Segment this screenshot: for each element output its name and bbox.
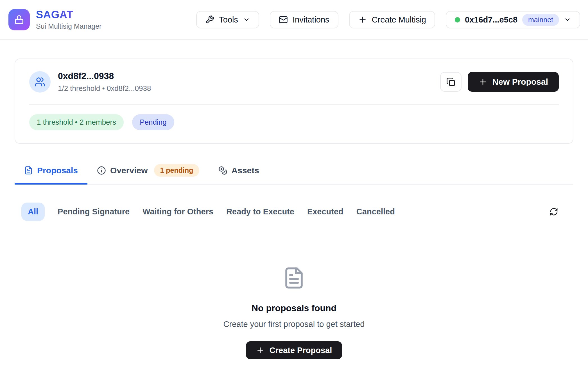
pending-count-badge: 1 pending: [154, 164, 199, 177]
tools-label: Tools: [219, 15, 238, 24]
network-badge: mainnet: [522, 14, 559, 26]
filter-ready-to-execute[interactable]: Ready to Execute: [226, 207, 294, 216]
copy-icon: [446, 77, 455, 86]
wallet-button[interactable]: 0x16d7...e5c8 mainnet: [446, 11, 580, 28]
filter-cancelled[interactable]: Cancelled: [356, 207, 395, 216]
brand-text: SAGAT Sui Multisig Manager: [36, 9, 101, 31]
empty-state-subtitle: Create your first proposal to get starte…: [223, 320, 365, 329]
multisig-identity: 0xd8f2...0938 1/2 threshold • 0xd8f2...0…: [29, 71, 151, 93]
header: SAGAT Sui Multisig Manager Tools Invitat…: [0, 0, 588, 40]
info-icon: [97, 166, 106, 175]
tab-proposals[interactable]: Proposals: [15, 161, 87, 184]
tab-bar: Proposals Overview 1 pending Assets: [15, 161, 573, 185]
tab-assets-label: Assets: [232, 166, 259, 175]
multisig-titles: 0xd8f2...0938 1/2 threshold • 0xd8f2...0…: [58, 71, 151, 93]
topbar-actions: Tools Invitations Create Multisig 0x16d7…: [196, 11, 580, 28]
mail-icon: [279, 15, 288, 24]
main-content: 0xd8f2...0938 1/2 threshold • 0xd8f2...0…: [0, 59, 588, 359]
plus-icon: [256, 346, 264, 354]
refresh-button[interactable]: [548, 206, 560, 218]
connection-status-dot: [455, 17, 460, 23]
multisig-card-actions: New Proposal: [440, 72, 559, 92]
multisig-card: 0xd8f2...0938 1/2 threshold • 0xd8f2...0…: [15, 59, 573, 144]
multisig-avatar: [29, 71, 51, 93]
brand[interactable]: SAGAT Sui Multisig Manager: [8, 9, 101, 31]
filter-executed[interactable]: Executed: [307, 207, 343, 216]
create-multisig-label: Create Multisig: [372, 15, 426, 24]
users-icon: [35, 77, 45, 87]
tab-proposals-label: Proposals: [37, 166, 78, 175]
wallet-address: 0x16d7...e5c8: [465, 15, 517, 24]
create-multisig-button[interactable]: Create Multisig: [349, 11, 435, 28]
lock-icon: [14, 14, 24, 25]
invitations-button[interactable]: Invitations: [270, 11, 338, 28]
multisig-threshold-subtitle: 1/2 threshold • 0xd8f2...0938: [58, 84, 151, 93]
new-proposal-button[interactable]: New Proposal: [468, 72, 559, 92]
card-divider: [29, 104, 559, 105]
tools-button[interactable]: Tools: [196, 11, 259, 28]
multisig-address-title: 0xd8f2...0938: [58, 71, 151, 81]
document-icon: [282, 266, 306, 290]
app-title: SAGAT: [36, 9, 101, 21]
plus-icon: [358, 15, 367, 24]
proposal-filters: All Pending Signature Waiting for Others…: [15, 203, 573, 221]
plus-icon: [478, 77, 487, 86]
chevron-down-icon: [564, 16, 571, 23]
new-proposal-label: New Proposal: [492, 77, 548, 87]
empty-state: No proposals found Create your first pro…: [15, 266, 573, 359]
chevron-down-icon: [243, 16, 250, 23]
app-logo: [8, 9, 30, 30]
copy-address-button[interactable]: [440, 72, 462, 92]
filter-all[interactable]: All: [21, 203, 45, 221]
filter-pending-signature[interactable]: Pending Signature: [58, 207, 130, 216]
invitations-label: Invitations: [293, 15, 329, 24]
create-proposal-button[interactable]: Create Proposal: [246, 341, 342, 359]
tab-assets[interactable]: Assets: [209, 161, 269, 184]
app-tagline: Sui Multisig Manager: [36, 22, 101, 30]
status-badge: Pending: [132, 114, 174, 130]
wrench-icon: [205, 15, 214, 24]
refresh-icon: [549, 207, 558, 216]
membership-badge: 1 threshold • 2 members: [29, 114, 124, 130]
multisig-card-header: 0xd8f2...0938 1/2 threshold • 0xd8f2...0…: [29, 71, 559, 93]
coins-icon: [218, 166, 227, 175]
multisig-badges: 1 threshold • 2 members Pending: [29, 114, 559, 130]
create-proposal-label: Create Proposal: [270, 346, 332, 355]
empty-state-title: No proposals found: [252, 303, 336, 313]
file-text-icon: [24, 166, 33, 175]
tab-overview[interactable]: Overview 1 pending: [87, 161, 209, 184]
tab-overview-label: Overview: [110, 166, 148, 175]
filter-waiting-for-others[interactable]: Waiting for Others: [143, 207, 213, 216]
